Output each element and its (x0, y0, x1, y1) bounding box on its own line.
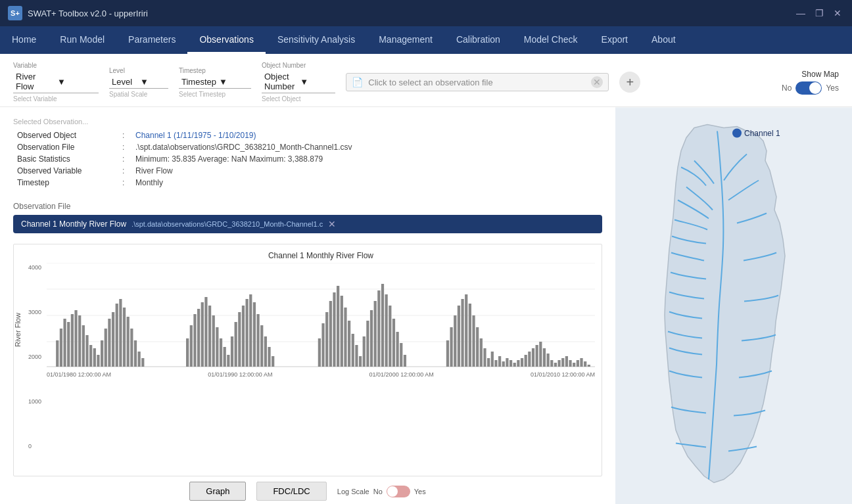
svg-rect-27 (138, 352, 141, 367)
title-bar: S+ SWAT+ Toolbox v2.0 - upperIriri — ❐ ✕ (0, 0, 852, 26)
svg-rect-23 (123, 308, 126, 367)
svg-rect-55 (325, 312, 328, 367)
svg-rect-47 (253, 302, 256, 367)
svg-rect-12 (82, 325, 85, 367)
channel1-dot (732, 129, 742, 138)
obs-file-section-label: Observation File (13, 202, 602, 211)
obs-timestep-value: Monthly (131, 177, 602, 189)
svg-rect-115 (588, 365, 590, 367)
svg-rect-73 (392, 319, 395, 367)
menu-about[interactable]: About (640, 26, 688, 54)
timestep-label: Timestep (179, 67, 251, 74)
chart-x-axis: 01/01/1980 12:00:00 AM 01/01/1990 12:00:… (47, 370, 595, 380)
show-map-yes-label: Yes (826, 83, 839, 93)
channel1-label: Channel 1 (744, 129, 780, 138)
file-tag-close-icon[interactable]: ✕ (328, 219, 336, 229)
svg-rect-99 (528, 352, 531, 367)
obs-file-sep: : (118, 141, 131, 153)
file-picker[interactable]: 📄 Click to select an observation file ✕ (346, 73, 609, 91)
menu-calibration[interactable]: Calibration (444, 26, 512, 54)
svg-rect-24 (127, 317, 130, 367)
menu-model-check[interactable]: Model Check (512, 26, 590, 54)
svg-rect-60 (344, 308, 346, 367)
svg-rect-8 (67, 322, 70, 367)
log-toggle-knob (387, 486, 398, 497)
menu-home[interactable]: Home (0, 26, 48, 54)
level-label: Level (109, 67, 168, 74)
svg-rect-33 (201, 302, 204, 367)
obs-file-label-cell: Observation File (13, 141, 118, 153)
x-label-1980: 01/01/1980 12:00:00 AM (47, 371, 111, 378)
obs-section-title: Selected Observation... (13, 118, 602, 126)
add-observation-button[interactable]: + (619, 72, 640, 93)
obs-stats-sep: : (118, 153, 131, 165)
file-tag: Channel 1 Monthly River Flow .\spt.data\… (13, 215, 602, 233)
svg-rect-110 (569, 360, 571, 367)
svg-rect-96 (517, 360, 519, 367)
svg-rect-20 (112, 312, 114, 367)
svg-rect-56 (329, 301, 332, 367)
x-label-1990: 01/01/1990 12:00:00 AM (208, 371, 272, 378)
left-panel: Selected Observation... Observed Object … (0, 107, 615, 504)
show-map-toggle[interactable] (795, 81, 822, 95)
obs-variable-value: River Flow (131, 165, 602, 177)
close-button[interactable]: ✕ (831, 7, 844, 20)
minimize-button[interactable]: — (794, 7, 807, 20)
file-picker-clear-icon[interactable]: ✕ (591, 76, 603, 88)
svg-rect-18 (105, 329, 107, 367)
svg-rect-62 (352, 334, 354, 367)
menu-parameters[interactable]: Parameters (116, 26, 187, 54)
svg-rect-113 (580, 358, 582, 367)
maximize-button[interactable]: ❐ (813, 7, 826, 20)
menu-management[interactable]: Management (367, 26, 444, 54)
obs-row-file: Observation File : .\spt.data\observatio… (13, 141, 602, 153)
svg-rect-92 (502, 361, 505, 367)
svg-rect-78 (450, 327, 452, 367)
svg-rect-40 (227, 355, 229, 367)
log-scale-label: Log Scale (337, 488, 369, 495)
svg-rect-50 (264, 336, 267, 367)
svg-rect-90 (494, 360, 497, 367)
svg-rect-109 (565, 356, 568, 367)
svg-rect-75 (400, 343, 402, 367)
svg-rect-38 (220, 338, 222, 367)
svg-rect-21 (116, 304, 118, 367)
app-title: SWAT+ Toolbox v2.0 - upperIriri (28, 9, 148, 18)
object-number-dropdown[interactable]: Object Number ▼ (262, 70, 335, 93)
svg-rect-42 (235, 322, 237, 367)
svg-rect-54 (321, 323, 324, 367)
menu-observations[interactable]: Observations (187, 26, 265, 54)
object-number-label: Object Number (262, 62, 335, 69)
obs-row-object: Observed Object : Channel 1 (1/11/1975 -… (13, 129, 602, 141)
svg-rect-57 (333, 292, 335, 367)
variable-sublabel: Select Variable (13, 95, 99, 103)
svg-rect-9 (71, 314, 74, 367)
svg-rect-104 (546, 354, 549, 367)
level-field: Level Level ▼ Spatial Scale (109, 67, 168, 98)
svg-rect-85 (476, 327, 479, 367)
svg-rect-108 (561, 358, 564, 367)
chart-y-label: River Flow (14, 313, 22, 347)
variable-dropdown[interactable]: River Flow ▼ (13, 70, 99, 93)
y-tick-1000: 1000 (28, 398, 41, 405)
obs-variable-sep: : (118, 165, 131, 177)
menu-export[interactable]: Export (590, 26, 640, 54)
obs-object-sep: : (118, 129, 131, 141)
obs-object-value[interactable]: Channel 1 (1/11/1975 - 1/10/2019) (135, 131, 256, 140)
show-map-no-label: No (782, 83, 792, 93)
timestep-value: Timestep (181, 77, 216, 87)
level-dropdown[interactable]: Level ▼ (109, 76, 168, 89)
obs-info-section: Selected Observation... Observed Object … (13, 118, 602, 199)
object-number-field: Object Number Object Number ▼ Select Obj… (262, 62, 335, 103)
timestep-dropdown[interactable]: Timestep ▼ (179, 76, 251, 89)
file-tag-path: .\spt.data\observations\GRDC_3638210_Mon… (131, 220, 323, 228)
menu-run-model[interactable]: Run Model (48, 26, 116, 54)
svg-rect-7 (63, 319, 66, 367)
svg-rect-100 (532, 348, 534, 367)
title-bar-left: S+ SWAT+ Toolbox v2.0 - upperIriri (8, 6, 148, 20)
svg-rect-102 (539, 342, 542, 367)
fdc-ldc-button[interactable]: FDC/LDC (256, 482, 326, 501)
graph-button[interactable]: Graph (189, 482, 246, 501)
log-scale-toggle[interactable] (387, 486, 410, 497)
menu-sensitivity[interactable]: Sensitivity Analysis (266, 26, 367, 54)
